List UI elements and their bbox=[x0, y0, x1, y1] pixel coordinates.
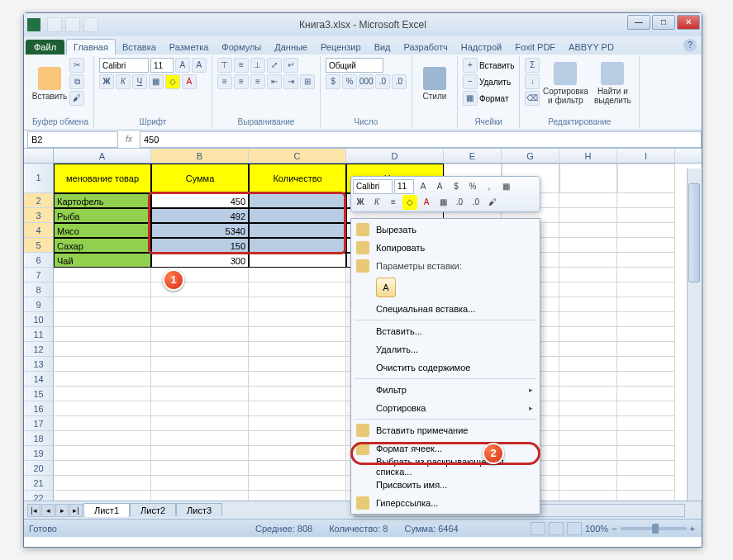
cell[interactable] bbox=[559, 446, 617, 461]
clear-icon[interactable]: ⌫ bbox=[525, 91, 540, 106]
vscroll-thumb[interactable] bbox=[688, 183, 700, 282]
wrap-text-icon[interactable]: ↵ bbox=[283, 58, 298, 73]
cell[interactable] bbox=[151, 372, 249, 387]
cell[interactable] bbox=[559, 401, 617, 416]
cell[interactable] bbox=[249, 431, 346, 446]
comma-icon[interactable]: 000 bbox=[359, 74, 374, 89]
dec-decimal-icon[interactable]: .0 bbox=[392, 74, 407, 89]
cell[interactable] bbox=[617, 401, 675, 416]
align-center-icon[interactable]: ≡ bbox=[234, 74, 249, 89]
cell[interactable] bbox=[617, 491, 675, 501]
cm-paste-special[interactable]: Специальная вставка... bbox=[353, 300, 538, 318]
font-color-icon[interactable]: A bbox=[182, 74, 197, 89]
cell[interactable] bbox=[54, 312, 151, 327]
tab-review[interactable]: Рецензир bbox=[314, 40, 368, 55]
row-header-2[interactable]: 2 bbox=[24, 193, 54, 208]
col-header-d[interactable]: D bbox=[346, 149, 444, 163]
increase-font-icon[interactable]: A bbox=[175, 58, 190, 73]
autosum-icon[interactable]: Σ bbox=[525, 58, 540, 73]
cell[interactable] bbox=[559, 297, 617, 312]
select-all-corner[interactable] bbox=[24, 149, 54, 163]
font-size-combo[interactable]: 11 bbox=[150, 58, 174, 73]
zoom-thumb[interactable] bbox=[652, 524, 659, 534]
cell[interactable] bbox=[617, 461, 675, 476]
format-cells-icon[interactable]: ▦ bbox=[463, 91, 478, 106]
row-header[interactable]: 21 bbox=[24, 476, 54, 491]
find-select-button[interactable]: Найти и выделить bbox=[591, 58, 634, 109]
cell[interactable] bbox=[151, 416, 249, 431]
cell[interactable] bbox=[54, 327, 151, 342]
cell[interactable] bbox=[249, 327, 346, 342]
tab-layout[interactable]: Разметка bbox=[163, 40, 216, 55]
cm-cut[interactable]: Вырезать bbox=[353, 221, 538, 239]
cell[interactable] bbox=[54, 476, 151, 491]
cm-paste-default[interactable]: A bbox=[376, 278, 396, 297]
formula-input[interactable] bbox=[140, 131, 702, 148]
zoom-in-button[interactable]: + bbox=[690, 524, 695, 534]
cm-define-name[interactable]: Присвоить имя... bbox=[353, 476, 538, 494]
cell[interactable] bbox=[559, 372, 617, 387]
cell[interactable] bbox=[559, 387, 617, 401]
save-icon[interactable] bbox=[47, 17, 62, 32]
cell[interactable] bbox=[151, 327, 249, 342]
cell[interactable] bbox=[559, 268, 617, 282]
mt-border-icon[interactable]: ▦ bbox=[498, 179, 513, 194]
mt-dec-dec-icon[interactable]: .0 bbox=[469, 195, 483, 210]
cell[interactable] bbox=[151, 312, 249, 327]
tab-abbyy[interactable]: ABBYY PD bbox=[562, 40, 621, 55]
name-box[interactable]: B2 bbox=[27, 131, 118, 148]
indent-dec-icon[interactable]: ⇤ bbox=[267, 74, 282, 89]
row-header[interactable]: 16 bbox=[24, 401, 54, 416]
tab-foxit[interactable]: Foxit PDF bbox=[508, 40, 562, 55]
cell[interactable] bbox=[617, 446, 675, 461]
cell[interactable] bbox=[559, 461, 617, 476]
cell[interactable] bbox=[617, 357, 675, 372]
decrease-font-icon[interactable]: A bbox=[192, 58, 207, 73]
number-format-combo[interactable]: Общий bbox=[326, 58, 383, 73]
undo-icon[interactable] bbox=[65, 17, 80, 32]
mt-inc-dec-icon[interactable]: .0 bbox=[452, 195, 467, 210]
bold-button[interactable]: Ж bbox=[99, 74, 114, 89]
cell[interactable] bbox=[249, 372, 346, 387]
row-header-1[interactable]: 1 bbox=[24, 164, 54, 193]
cell[interactable] bbox=[54, 401, 151, 416]
row-header-6[interactable]: 6 bbox=[24, 253, 54, 268]
cell[interactable] bbox=[617, 282, 675, 297]
cell[interactable] bbox=[559, 431, 617, 446]
cell[interactable] bbox=[617, 476, 675, 491]
cell[interactable] bbox=[617, 416, 675, 431]
file-tab[interactable]: Файл bbox=[26, 40, 64, 55]
mt-italic-button[interactable]: К bbox=[369, 195, 384, 210]
sheet-tab-2[interactable]: Лист2 bbox=[130, 503, 176, 517]
cell[interactable] bbox=[559, 357, 617, 372]
cell[interactable] bbox=[559, 312, 617, 327]
cell[interactable] bbox=[249, 312, 346, 327]
view-layout-icon[interactable] bbox=[549, 522, 564, 535]
header-cell-c[interactable]: Количество bbox=[249, 164, 346, 193]
redo-icon[interactable] bbox=[83, 17, 98, 32]
cell[interactable] bbox=[54, 387, 151, 401]
cut-icon[interactable]: ✂ bbox=[69, 58, 84, 73]
cell[interactable] bbox=[249, 342, 346, 357]
cell[interactable] bbox=[617, 372, 675, 387]
mt-shrink-font-icon[interactable]: A bbox=[432, 179, 447, 194]
cell[interactable] bbox=[54, 372, 151, 387]
cell[interactable] bbox=[151, 342, 249, 357]
align-left-icon[interactable]: ≡ bbox=[217, 74, 232, 89]
cm-insert[interactable]: Вставить... bbox=[353, 322, 538, 340]
cell[interactable] bbox=[617, 268, 675, 282]
border-icon[interactable]: ▦ bbox=[149, 74, 164, 89]
cell[interactable] bbox=[559, 327, 617, 342]
row-header[interactable]: 18 bbox=[24, 431, 54, 446]
merge-icon[interactable]: ⊞ bbox=[300, 74, 315, 89]
header-cell-b[interactable]: Сумма bbox=[151, 164, 249, 193]
cell[interactable] bbox=[54, 357, 151, 372]
cell[interactable] bbox=[249, 416, 346, 431]
format-painter-icon[interactable]: 🖌 bbox=[69, 91, 84, 106]
row-header[interactable]: 12 bbox=[24, 342, 54, 357]
row-header[interactable]: 8 bbox=[24, 282, 54, 297]
cell[interactable] bbox=[559, 491, 617, 501]
cm-filter[interactable]: Фильтр▸ bbox=[353, 381, 538, 399]
mt-font-combo[interactable]: Calibri bbox=[353, 179, 393, 194]
cell[interactable] bbox=[151, 431, 249, 446]
